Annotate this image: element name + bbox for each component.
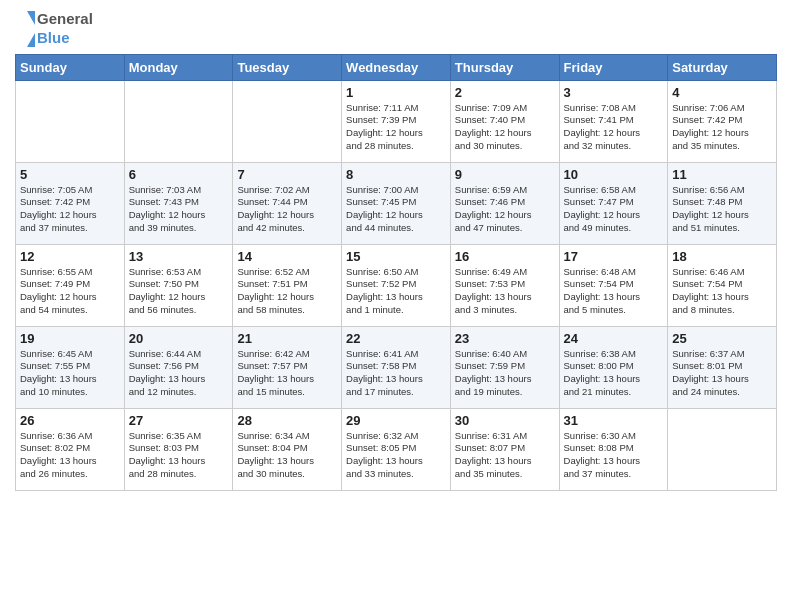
day-info: Sunrise: 6:46 AM Sunset: 7:54 PM Dayligh… — [672, 266, 772, 317]
day-cell: 12Sunrise: 6:55 AM Sunset: 7:49 PM Dayli… — [16, 244, 125, 326]
weekday-header-monday: Monday — [124, 54, 233, 80]
day-info: Sunrise: 6:48 AM Sunset: 7:54 PM Dayligh… — [564, 266, 664, 317]
svg-marker-2 — [27, 33, 35, 47]
day-number: 18 — [672, 249, 772, 264]
day-info: Sunrise: 7:08 AM Sunset: 7:41 PM Dayligh… — [564, 102, 664, 153]
page: General Blue SundayMondayTuesdayWednesda… — [0, 0, 792, 612]
day-number: 28 — [237, 413, 337, 428]
day-number: 5 — [20, 167, 120, 182]
day-cell: 13Sunrise: 6:53 AM Sunset: 7:50 PM Dayli… — [124, 244, 233, 326]
week-row-1: 1Sunrise: 7:11 AM Sunset: 7:39 PM Daylig… — [16, 80, 777, 162]
day-info: Sunrise: 6:49 AM Sunset: 7:53 PM Dayligh… — [455, 266, 555, 317]
day-number: 31 — [564, 413, 664, 428]
day-number: 27 — [129, 413, 229, 428]
day-cell: 8Sunrise: 7:00 AM Sunset: 7:45 PM Daylig… — [342, 162, 451, 244]
logo: General Blue — [15, 10, 93, 48]
day-info: Sunrise: 6:34 AM Sunset: 8:04 PM Dayligh… — [237, 430, 337, 481]
day-info: Sunrise: 6:41 AM Sunset: 7:58 PM Dayligh… — [346, 348, 446, 399]
calendar-table: SundayMondayTuesdayWednesdayThursdayFrid… — [15, 54, 777, 491]
day-cell: 6Sunrise: 7:03 AM Sunset: 7:43 PM Daylig… — [124, 162, 233, 244]
day-number: 1 — [346, 85, 446, 100]
day-cell: 9Sunrise: 6:59 AM Sunset: 7:46 PM Daylig… — [450, 162, 559, 244]
week-row-2: 5Sunrise: 7:05 AM Sunset: 7:42 PM Daylig… — [16, 162, 777, 244]
weekday-header-friday: Friday — [559, 54, 668, 80]
day-number: 11 — [672, 167, 772, 182]
day-number: 3 — [564, 85, 664, 100]
day-cell: 2Sunrise: 7:09 AM Sunset: 7:40 PM Daylig… — [450, 80, 559, 162]
day-info: Sunrise: 6:35 AM Sunset: 8:03 PM Dayligh… — [129, 430, 229, 481]
week-row-3: 12Sunrise: 6:55 AM Sunset: 7:49 PM Dayli… — [16, 244, 777, 326]
day-number: 16 — [455, 249, 555, 264]
day-info: Sunrise: 7:06 AM Sunset: 7:42 PM Dayligh… — [672, 102, 772, 153]
day-number: 24 — [564, 331, 664, 346]
weekday-header-thursday: Thursday — [450, 54, 559, 80]
day-cell: 24Sunrise: 6:38 AM Sunset: 8:00 PM Dayli… — [559, 326, 668, 408]
day-cell: 14Sunrise: 6:52 AM Sunset: 7:51 PM Dayli… — [233, 244, 342, 326]
day-cell — [233, 80, 342, 162]
weekday-header-sunday: Sunday — [16, 54, 125, 80]
day-info: Sunrise: 6:31 AM Sunset: 8:07 PM Dayligh… — [455, 430, 555, 481]
day-cell: 18Sunrise: 6:46 AM Sunset: 7:54 PM Dayli… — [668, 244, 777, 326]
day-number: 25 — [672, 331, 772, 346]
day-cell — [668, 408, 777, 490]
day-number: 14 — [237, 249, 337, 264]
day-info: Sunrise: 6:58 AM Sunset: 7:47 PM Dayligh… — [564, 184, 664, 235]
day-info: Sunrise: 6:40 AM Sunset: 7:59 PM Dayligh… — [455, 348, 555, 399]
day-cell: 16Sunrise: 6:49 AM Sunset: 7:53 PM Dayli… — [450, 244, 559, 326]
day-cell: 21Sunrise: 6:42 AM Sunset: 7:57 PM Dayli… — [233, 326, 342, 408]
day-info: Sunrise: 7:11 AM Sunset: 7:39 PM Dayligh… — [346, 102, 446, 153]
day-number: 2 — [455, 85, 555, 100]
day-info: Sunrise: 7:00 AM Sunset: 7:45 PM Dayligh… — [346, 184, 446, 235]
weekday-header-row: SundayMondayTuesdayWednesdayThursdayFrid… — [16, 54, 777, 80]
day-number: 17 — [564, 249, 664, 264]
day-number: 26 — [20, 413, 120, 428]
day-number: 21 — [237, 331, 337, 346]
day-number: 7 — [237, 167, 337, 182]
week-row-4: 19Sunrise: 6:45 AM Sunset: 7:55 PM Dayli… — [16, 326, 777, 408]
logo-container: General Blue — [15, 10, 93, 48]
header: General Blue — [15, 10, 777, 48]
day-number: 22 — [346, 331, 446, 346]
day-cell: 11Sunrise: 6:56 AM Sunset: 7:48 PM Dayli… — [668, 162, 777, 244]
day-cell: 28Sunrise: 6:34 AM Sunset: 8:04 PM Dayli… — [233, 408, 342, 490]
day-number: 23 — [455, 331, 555, 346]
day-info: Sunrise: 6:56 AM Sunset: 7:48 PM Dayligh… — [672, 184, 772, 235]
day-number: 10 — [564, 167, 664, 182]
day-cell: 26Sunrise: 6:36 AM Sunset: 8:02 PM Dayli… — [16, 408, 125, 490]
weekday-header-saturday: Saturday — [668, 54, 777, 80]
day-cell — [16, 80, 125, 162]
day-info: Sunrise: 6:50 AM Sunset: 7:52 PM Dayligh… — [346, 266, 446, 317]
day-cell: 31Sunrise: 6:30 AM Sunset: 8:08 PM Dayli… — [559, 408, 668, 490]
day-cell: 19Sunrise: 6:45 AM Sunset: 7:55 PM Dayli… — [16, 326, 125, 408]
day-info: Sunrise: 7:05 AM Sunset: 7:42 PM Dayligh… — [20, 184, 120, 235]
day-cell: 29Sunrise: 6:32 AM Sunset: 8:05 PM Dayli… — [342, 408, 451, 490]
day-info: Sunrise: 6:42 AM Sunset: 7:57 PM Dayligh… — [237, 348, 337, 399]
day-number: 20 — [129, 331, 229, 346]
day-cell: 4Sunrise: 7:06 AM Sunset: 7:42 PM Daylig… — [668, 80, 777, 162]
day-cell — [124, 80, 233, 162]
svg-marker-1 — [27, 11, 35, 25]
week-row-5: 26Sunrise: 6:36 AM Sunset: 8:02 PM Dayli… — [16, 408, 777, 490]
day-number: 15 — [346, 249, 446, 264]
day-info: Sunrise: 6:59 AM Sunset: 7:46 PM Dayligh… — [455, 184, 555, 235]
logo-line2: Blue — [37, 29, 93, 48]
day-cell: 5Sunrise: 7:05 AM Sunset: 7:42 PM Daylig… — [16, 162, 125, 244]
day-number: 13 — [129, 249, 229, 264]
day-cell: 25Sunrise: 6:37 AM Sunset: 8:01 PM Dayli… — [668, 326, 777, 408]
weekday-header-wednesday: Wednesday — [342, 54, 451, 80]
day-number: 30 — [455, 413, 555, 428]
day-info: Sunrise: 6:53 AM Sunset: 7:50 PM Dayligh… — [129, 266, 229, 317]
logo-icon — [15, 11, 35, 47]
day-number: 6 — [129, 167, 229, 182]
day-info: Sunrise: 7:03 AM Sunset: 7:43 PM Dayligh… — [129, 184, 229, 235]
day-info: Sunrise: 6:55 AM Sunset: 7:49 PM Dayligh… — [20, 266, 120, 317]
day-number: 29 — [346, 413, 446, 428]
day-info: Sunrise: 6:30 AM Sunset: 8:08 PM Dayligh… — [564, 430, 664, 481]
day-cell: 7Sunrise: 7:02 AM Sunset: 7:44 PM Daylig… — [233, 162, 342, 244]
day-cell: 22Sunrise: 6:41 AM Sunset: 7:58 PM Dayli… — [342, 326, 451, 408]
day-info: Sunrise: 6:37 AM Sunset: 8:01 PM Dayligh… — [672, 348, 772, 399]
day-cell: 30Sunrise: 6:31 AM Sunset: 8:07 PM Dayli… — [450, 408, 559, 490]
day-number: 19 — [20, 331, 120, 346]
day-cell: 15Sunrise: 6:50 AM Sunset: 7:52 PM Dayli… — [342, 244, 451, 326]
day-cell: 23Sunrise: 6:40 AM Sunset: 7:59 PM Dayli… — [450, 326, 559, 408]
